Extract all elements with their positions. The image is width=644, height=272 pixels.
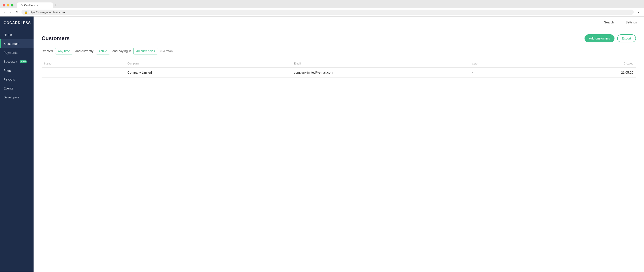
- cell-xero: -: [470, 68, 559, 78]
- and-paying-label: and paying in: [112, 49, 131, 53]
- total-count: (54 total): [160, 49, 173, 53]
- sidebar-nav: Home Customers Payments Success+ NEW Pla…: [0, 30, 34, 102]
- table-body: Company Limited companylimited@email.com…: [42, 68, 636, 78]
- logo-go: GO: [4, 21, 10, 25]
- sidebar-item-developers[interactable]: Developers: [0, 93, 34, 102]
- close-traffic-light[interactable]: [3, 4, 5, 6]
- top-header: Search | Settings: [34, 16, 644, 28]
- created-label: Created: [42, 49, 53, 53]
- currency-filter[interactable]: All currencies: [133, 48, 158, 54]
- sidebar-item-payments[interactable]: Payments: [0, 48, 34, 57]
- address-bar[interactable]: 🔒 https://www.gocardless.com: [22, 9, 634, 15]
- search-link[interactable]: Search: [604, 20, 614, 24]
- customers-table: Name Company Email xero Created Company …: [42, 60, 636, 78]
- sidebar-item-payouts[interactable]: Payouts: [0, 75, 34, 84]
- sidebar-item-label-events: Events: [4, 87, 13, 90]
- header-actions: Add customers Export: [584, 34, 636, 42]
- logo: GOCARDLESS: [4, 21, 31, 25]
- cell-email: companylimited@email.com: [291, 68, 469, 78]
- header-separator: |: [620, 20, 620, 24]
- sidebar-item-label-customers: Customers: [4, 42, 20, 45]
- active-tab[interactable]: GoCardless ×: [17, 2, 53, 8]
- col-header-name: Name: [42, 60, 125, 68]
- sidebar-item-label-payments: Payments: [4, 51, 18, 54]
- app-layout: GOCARDLESS Home Customers Payments Succe…: [0, 16, 644, 272]
- back-button[interactable]: ‹: [3, 10, 6, 15]
- status-filter[interactable]: Active: [96, 48, 110, 54]
- export-button[interactable]: Export: [617, 34, 636, 42]
- filters-row: Created Any time and currently Active an…: [42, 48, 636, 54]
- sidebar-item-customers[interactable]: Customers: [0, 39, 34, 48]
- cell-name: [42, 68, 125, 78]
- maximize-traffic-light[interactable]: [11, 4, 14, 6]
- new-tab-button[interactable]: +: [53, 2, 59, 8]
- cell-company: Company Limited: [125, 68, 291, 78]
- col-header-email: Email: [291, 60, 469, 68]
- sidebar: GOCARDLESS Home Customers Payments Succe…: [0, 16, 34, 272]
- sidebar-item-label-payouts: Payouts: [4, 78, 15, 81]
- sidebar-logo: GOCARDLESS: [0, 16, 34, 30]
- col-header-created: Created: [558, 60, 636, 68]
- and-currently-label: and currently: [75, 49, 94, 53]
- new-badge: NEW: [20, 60, 27, 63]
- sidebar-item-home[interactable]: Home: [0, 30, 34, 39]
- refresh-button[interactable]: ↻: [14, 9, 20, 15]
- traffic-lights: [3, 4, 14, 6]
- page-title: Customers: [42, 35, 70, 41]
- main-area: Search | Settings Customers Add customer…: [34, 16, 644, 272]
- logo-cardless: CARDLESS: [10, 21, 31, 25]
- main-content: Customers Add customers Export Created A…: [34, 28, 644, 272]
- sidebar-item-success[interactable]: Success+ NEW: [0, 57, 34, 66]
- table-header: Name Company Email xero Created: [42, 60, 636, 68]
- col-header-company: Company: [125, 60, 291, 68]
- sidebar-item-label-developers: Developers: [4, 96, 20, 99]
- sidebar-item-label-plans: Plans: [4, 69, 12, 72]
- tab-title: GoCardless: [20, 4, 35, 7]
- sidebar-item-label-success: Success+: [4, 60, 17, 63]
- lock-icon: 🔒: [24, 11, 28, 14]
- add-customers-button[interactable]: Add customers: [584, 34, 614, 42]
- forward-button[interactable]: ›: [8, 10, 12, 15]
- browser-toolbar: ‹ › ↻ 🔒 https://www.gocardless.com ⋮: [0, 8, 644, 16]
- tab-close-button[interactable]: ×: [36, 4, 38, 7]
- col-header-xero: xero: [470, 60, 559, 68]
- settings-link[interactable]: Settings: [626, 20, 637, 24]
- time-filter[interactable]: Any time: [55, 48, 73, 54]
- more-options-button[interactable]: ⋮: [636, 10, 641, 15]
- table-row[interactable]: Company Limited companylimited@email.com…: [42, 68, 636, 78]
- page-header: Customers Add customers Export: [42, 34, 636, 42]
- cell-created: 21.05.20: [558, 68, 636, 78]
- browser-titlebar: GoCardless × +: [0, 0, 644, 8]
- tab-bar: GoCardless × +: [17, 2, 641, 8]
- sidebar-item-events[interactable]: Events: [0, 84, 34, 93]
- minimize-traffic-light[interactable]: [7, 4, 10, 6]
- sidebar-item-plans[interactable]: Plans: [0, 66, 34, 75]
- sidebar-item-label-home: Home: [4, 33, 12, 37]
- browser-chrome: GoCardless × + ‹ › ↻ 🔒 https://www.gocar…: [0, 0, 644, 16]
- address-text: https://www.gocardless.com: [29, 10, 65, 14]
